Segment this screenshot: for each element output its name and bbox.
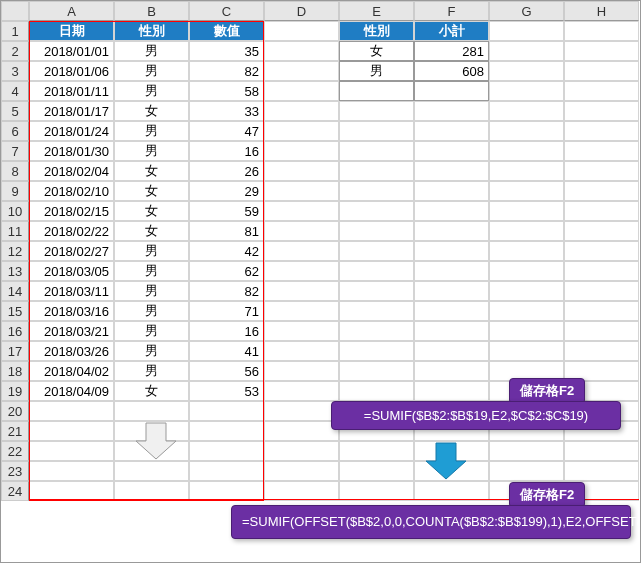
- cell-G16[interactable]: [489, 321, 564, 341]
- cell-A22[interactable]: [29, 441, 114, 461]
- data-value-7[interactable]: 16: [189, 141, 264, 161]
- cell-F15[interactable]: [414, 301, 489, 321]
- data-value-8[interactable]: 26: [189, 161, 264, 181]
- cell-E18[interactable]: [339, 361, 414, 381]
- col-header-F[interactable]: F: [414, 1, 489, 21]
- data-date-9[interactable]: 2018/02/10: [29, 181, 114, 201]
- cell-H8[interactable]: [564, 161, 639, 181]
- data-date-7[interactable]: 2018/01/30: [29, 141, 114, 161]
- cell-G14[interactable]: [489, 281, 564, 301]
- cell-H13[interactable]: [564, 261, 639, 281]
- row-header-5[interactable]: 5: [1, 101, 29, 121]
- cell-E4[interactable]: [339, 81, 414, 101]
- cell-G17[interactable]: [489, 341, 564, 361]
- cell-E7[interactable]: [339, 141, 414, 161]
- row-header-21[interactable]: 21: [1, 421, 29, 441]
- summary-gender-3[interactable]: 男: [339, 61, 414, 81]
- cell-C24[interactable]: [189, 481, 264, 501]
- data-value-18[interactable]: 56: [189, 361, 264, 381]
- cell-G6[interactable]: [489, 121, 564, 141]
- cell-E13[interactable]: [339, 261, 414, 281]
- cell-E9[interactable]: [339, 181, 414, 201]
- cell-E14[interactable]: [339, 281, 414, 301]
- data-gender-15[interactable]: 男: [114, 301, 189, 321]
- cell-H23[interactable]: [564, 461, 639, 481]
- data-value-2[interactable]: 35: [189, 41, 264, 61]
- cell-D8[interactable]: [264, 161, 339, 181]
- data-gender-10[interactable]: 女: [114, 201, 189, 221]
- cell-H1[interactable]: [564, 21, 639, 41]
- col-header-C[interactable]: C: [189, 1, 264, 21]
- cell-H17[interactable]: [564, 341, 639, 361]
- cell-F17[interactable]: [414, 341, 489, 361]
- data-gender-16[interactable]: 男: [114, 321, 189, 341]
- data-value-3[interactable]: 82: [189, 61, 264, 81]
- cell-G4[interactable]: [489, 81, 564, 101]
- cell-D12[interactable]: [264, 241, 339, 261]
- col-header-D[interactable]: D: [264, 1, 339, 21]
- data-date-3[interactable]: 2018/01/06: [29, 61, 114, 81]
- row-header-10[interactable]: 10: [1, 201, 29, 221]
- cell-F10[interactable]: [414, 201, 489, 221]
- cell-H5[interactable]: [564, 101, 639, 121]
- data-value-13[interactable]: 62: [189, 261, 264, 281]
- cell-F16[interactable]: [414, 321, 489, 341]
- cell-H16[interactable]: [564, 321, 639, 341]
- data-gender-8[interactable]: 女: [114, 161, 189, 181]
- cell-A21[interactable]: [29, 421, 114, 441]
- data-date-11[interactable]: 2018/02/22: [29, 221, 114, 241]
- corner-cell[interactable]: [1, 1, 29, 21]
- cell-E24[interactable]: [339, 481, 414, 501]
- cell-G10[interactable]: [489, 201, 564, 221]
- data-gender-11[interactable]: 女: [114, 221, 189, 241]
- data-value-16[interactable]: 16: [189, 321, 264, 341]
- cell-C21[interactable]: [189, 421, 264, 441]
- data-date-5[interactable]: 2018/01/17: [29, 101, 114, 121]
- cell-C22[interactable]: [189, 441, 264, 461]
- cell-D21[interactable]: [264, 421, 339, 441]
- data-gender-12[interactable]: 男: [114, 241, 189, 261]
- cell-H9[interactable]: [564, 181, 639, 201]
- cell-G11[interactable]: [489, 221, 564, 241]
- cell-F18[interactable]: [414, 361, 489, 381]
- data-date-10[interactable]: 2018/02/15: [29, 201, 114, 221]
- cell-E5[interactable]: [339, 101, 414, 121]
- cell-G12[interactable]: [489, 241, 564, 261]
- cell-H12[interactable]: [564, 241, 639, 261]
- cell-G3[interactable]: [489, 61, 564, 81]
- cell-E16[interactable]: [339, 321, 414, 341]
- row-header-13[interactable]: 13: [1, 261, 29, 281]
- row-header-2[interactable]: 2: [1, 41, 29, 61]
- cell-C20[interactable]: [189, 401, 264, 421]
- cell-F12[interactable]: [414, 241, 489, 261]
- cell-D22[interactable]: [264, 441, 339, 461]
- row-header-20[interactable]: 20: [1, 401, 29, 421]
- data-date-15[interactable]: 2018/03/16: [29, 301, 114, 321]
- cell-A24[interactable]: [29, 481, 114, 501]
- col-header-H[interactable]: H: [564, 1, 639, 21]
- cell-G13[interactable]: [489, 261, 564, 281]
- col-header-A[interactable]: A: [29, 1, 114, 21]
- cell-D17[interactable]: [264, 341, 339, 361]
- cell-H10[interactable]: [564, 201, 639, 221]
- cell-G7[interactable]: [489, 141, 564, 161]
- data-date-8[interactable]: 2018/02/04: [29, 161, 114, 181]
- data-gender-3[interactable]: 男: [114, 61, 189, 81]
- data-date-4[interactable]: 2018/01/11: [29, 81, 114, 101]
- cell-B24[interactable]: [114, 481, 189, 501]
- data-date-19[interactable]: 2018/04/09: [29, 381, 114, 401]
- data-date-6[interactable]: 2018/01/24: [29, 121, 114, 141]
- cell-F24[interactable]: [414, 481, 489, 501]
- cell-B20[interactable]: [114, 401, 189, 421]
- data-value-12[interactable]: 42: [189, 241, 264, 261]
- cell-H3[interactable]: [564, 61, 639, 81]
- row-header-18[interactable]: 18: [1, 361, 29, 381]
- cell-H4[interactable]: [564, 81, 639, 101]
- cell-D9[interactable]: [264, 181, 339, 201]
- cell-D2[interactable]: [264, 41, 339, 61]
- data-gender-4[interactable]: 男: [114, 81, 189, 101]
- cell-E10[interactable]: [339, 201, 414, 221]
- cell-H2[interactable]: [564, 41, 639, 61]
- cell-D24[interactable]: [264, 481, 339, 501]
- row-header-9[interactable]: 9: [1, 181, 29, 201]
